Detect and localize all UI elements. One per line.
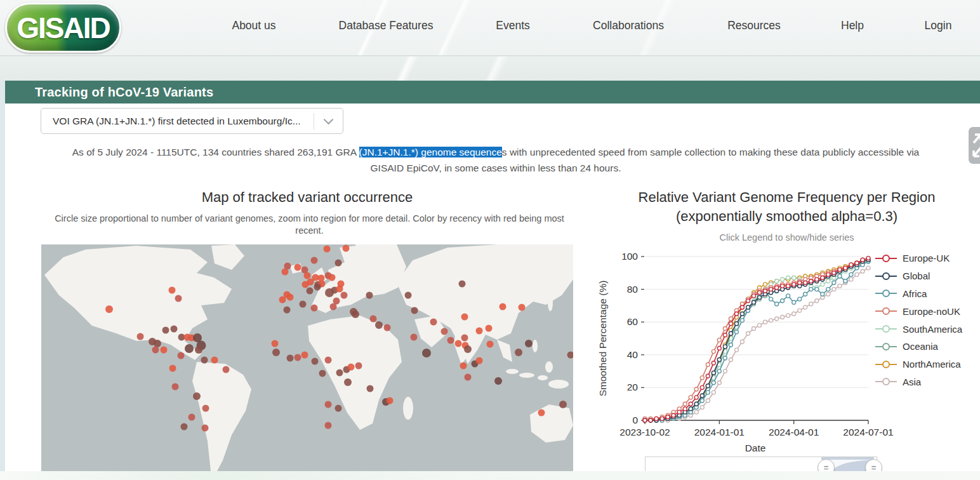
map-dot — [460, 362, 467, 369]
legend-item-Europe-UK[interactable]: Europe-UK — [875, 250, 962, 267]
legend-item-Oceania[interactable]: Oceania — [875, 338, 962, 356]
page-title: Tracking of hCoV-19 Variants — [35, 85, 213, 100]
legend-label: Global — [903, 270, 930, 281]
map-dot — [160, 347, 167, 354]
map-dot — [195, 346, 202, 354]
map-dot — [383, 324, 390, 331]
map-dot — [301, 351, 308, 358]
map-dot — [287, 354, 294, 361]
legend-item-NorthAmerica[interactable]: NorthAmerica — [875, 356, 962, 373]
legend-label: Europe-UK — [903, 253, 950, 263]
nav-item-database-features[interactable]: Database Features — [339, 19, 434, 32]
map-dot — [279, 297, 286, 303]
nav-item-events[interactable]: Events — [496, 19, 530, 32]
chart-legend: Europe-UKGlobalAfricaEurope-noUKSouthAme… — [875, 250, 962, 390]
svg-text:80: 80 — [627, 284, 639, 295]
map-dot — [169, 364, 176, 371]
map-dot — [178, 352, 185, 359]
page-header: Tracking of hCoV-19 Variants — [5, 81, 980, 103]
decorative-band — [0, 57, 980, 81]
map-dot — [287, 293, 294, 300]
legend-item-Asia[interactable]: Asia — [875, 373, 962, 391]
chart-subtitle: Click Legend to show/hide series — [593, 232, 980, 244]
map-dot — [344, 378, 352, 386]
variant-dropdown-value: VOI GRA (JN.1+JN.1.*) first detected in … — [41, 116, 314, 127]
legend-marker-icon — [875, 325, 897, 333]
map-dot — [311, 357, 318, 364]
bottom-decorative-band — [0, 471, 980, 480]
map-dot — [352, 310, 359, 318]
chart-title-line1: Relative Variant Genome Frequency per Re… — [593, 189, 980, 206]
map-title: Map of tracked variant occurrence — [41, 189, 573, 206]
map-dot — [369, 316, 376, 323]
frequency-chart[interactable]: 0204060801002023-10-022024-01-012024-04-… — [593, 248, 879, 439]
legend-label: NorthAmerica — [903, 359, 961, 370]
map-dot — [222, 366, 229, 373]
legend-marker-icon — [875, 272, 897, 280]
svg-text:2024-01-01: 2024-01-01 — [694, 427, 745, 437]
map-dot — [201, 357, 208, 364]
map-dot — [422, 349, 431, 357]
svg-text:0: 0 — [632, 415, 638, 425]
map-dot — [324, 246, 331, 253]
map-dot — [307, 287, 314, 294]
map-dot — [559, 401, 567, 408]
map-dot — [170, 326, 177, 333]
map-dot — [272, 349, 280, 356]
dropdown-chevron-zone[interactable] — [314, 113, 343, 130]
legend-item-Africa[interactable]: Africa — [875, 285, 962, 303]
map-dot — [162, 326, 169, 333]
map-dot — [294, 264, 301, 271]
svg-text:2024-04-01: 2024-04-01 — [769, 427, 819, 437]
map-dot — [494, 377, 502, 385]
legend-item-Global[interactable]: Global — [875, 267, 962, 285]
map-dot — [202, 424, 209, 431]
gisaid-logo[interactable]: GISAID — [5, 3, 121, 53]
nav-item-help[interactable]: Help — [841, 19, 864, 32]
nav-item-resources[interactable]: Resources — [727, 19, 781, 32]
fullscreen-icon[interactable] — [969, 127, 980, 164]
top-navigation: GISAID About us Database Features Events… — [0, 0, 980, 56]
map-dot — [193, 392, 201, 400]
background-streaks — [0, 57, 980, 81]
svg-text:2023-10-02: 2023-10-02 — [619, 427, 670, 437]
nav-item-login[interactable]: Login — [925, 19, 952, 32]
legend-label: Oceania — [903, 341, 938, 352]
map-dot — [324, 422, 331, 429]
map-dot — [340, 291, 347, 298]
variant-occurrence-map[interactable] — [41, 244, 573, 471]
map-dot — [281, 268, 288, 275]
legend-label: Asia — [903, 377, 921, 387]
map-dot — [485, 325, 492, 332]
map-dot — [347, 364, 354, 371]
legend-item-SouthAmerica[interactable]: SouthAmerica — [875, 320, 962, 338]
nav-item-collaborations[interactable]: Collaborations — [593, 19, 664, 32]
page: GISAID About us Database Features Events… — [0, 0, 980, 480]
map-dot — [375, 321, 383, 329]
map-dot — [152, 347, 159, 354]
map-dot — [461, 313, 468, 320]
map-dot — [525, 340, 533, 347]
map-dot — [324, 401, 331, 408]
map-dot — [294, 354, 301, 361]
map-dot — [465, 373, 472, 380]
map-dot — [411, 307, 418, 314]
map-dot — [314, 284, 321, 291]
variant-dropdown[interactable]: VOI GRA (JN.1+JN.1.*) first detected in … — [41, 108, 343, 134]
map-dot — [515, 349, 522, 356]
map-dot — [461, 335, 468, 342]
map-dot — [189, 414, 195, 421]
legend-marker-icon — [875, 307, 897, 315]
svg-text:60: 60 — [627, 316, 639, 327]
content-area: VOI GRA (JN.1+JN.1.*) first detected in … — [5, 103, 980, 471]
map-dot — [169, 287, 176, 294]
nav-item-about-us[interactable]: About us — [232, 19, 275, 32]
map-dot — [284, 307, 291, 314]
gisaid-logo-text: GISAID — [17, 11, 109, 45]
map-dot — [310, 257, 317, 263]
map-dot — [458, 281, 465, 288]
svg-text:Smoothed Percentage (%): Smoothed Percentage (%) — [597, 281, 608, 397]
map-dot — [366, 291, 373, 298]
legend-item-Europe-noUK[interactable]: Europe-noUK — [875, 302, 962, 320]
map-dot — [475, 357, 482, 364]
